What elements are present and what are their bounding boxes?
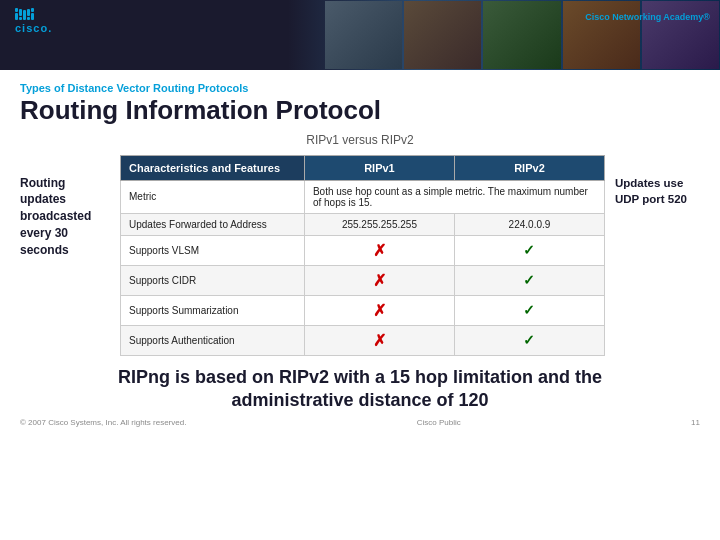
- bottom-text-content: RIPng is based on RIPv2 with a 15 hop li…: [118, 367, 602, 410]
- feature-cell: Supports VLSM: [121, 235, 305, 265]
- footer-classification: Cisco Public: [417, 418, 461, 427]
- header-banner: cisco. Cisco Networking Academy®: [0, 0, 720, 70]
- x-icon: ✗: [373, 242, 386, 259]
- footer: © 2007 Cisco Systems, Inc. All rights re…: [20, 418, 700, 427]
- x-icon: ✗: [373, 302, 386, 319]
- check-icon: ✓: [523, 272, 535, 288]
- ripv1-cell: ✗: [304, 325, 454, 355]
- table-row: Supports Summarization ✗ ✓: [121, 295, 605, 325]
- check-icon: ✓: [523, 332, 535, 348]
- table-row: Supports VLSM ✗ ✓: [121, 235, 605, 265]
- photo-1: [325, 1, 402, 69]
- ripv1-cell: 255.255.255.255: [304, 213, 454, 235]
- content-area: Routing updates broadcasted every 30 sec…: [20, 155, 700, 356]
- table-row: Metric Both use hop count as a simple me…: [121, 180, 605, 213]
- ripv1-cell: ✗: [304, 295, 454, 325]
- feature-cell: Metric: [121, 180, 305, 213]
- ripv2-cell: ✓: [454, 295, 604, 325]
- comparison-subtitle: RIPv1 versus RIPv2: [20, 133, 700, 147]
- table-row: Supports Authentication ✗ ✓: [121, 325, 605, 355]
- slide-title: Routing Information Protocol: [20, 96, 700, 125]
- ripv2-cell: 224.0.0.9: [454, 213, 604, 235]
- table-container: Characteristics and Features RIPv1 RIPv2…: [120, 155, 605, 356]
- photo-3: [483, 1, 560, 69]
- feature-cell: Supports Summarization: [121, 295, 305, 325]
- feature-cell: Supports CIDR: [121, 265, 305, 295]
- bottom-text: RIPng is based on RIPv2 with a 15 hop li…: [20, 366, 700, 413]
- cisco-logo: cisco.: [15, 8, 52, 34]
- photo-2: [404, 1, 481, 69]
- col-header-ripv1: RIPv1: [304, 155, 454, 180]
- check-icon: ✓: [523, 302, 535, 318]
- check-icon: ✓: [523, 242, 535, 258]
- ripv1-cell: ✗: [304, 235, 454, 265]
- ripv2-cell: ✓: [454, 265, 604, 295]
- merged-cell: Both use hop count as a simple metric. T…: [304, 180, 604, 213]
- feature-cell: Updates Forwarded to Address: [121, 213, 305, 235]
- right-note: Updates use UDP port 520: [615, 155, 700, 207]
- header-photos: [324, 0, 720, 70]
- footer-copyright: © 2007 Cisco Systems, Inc. All rights re…: [20, 418, 186, 427]
- ripv2-cell: ✓: [454, 325, 604, 355]
- slide-label: Types of Distance Vector Routing Protoco…: [20, 82, 700, 94]
- left-note: Routing updates broadcasted every 30 sec…: [20, 155, 110, 259]
- cisco-text: cisco.: [15, 22, 52, 34]
- ripv1-cell: ✗: [304, 265, 454, 295]
- col-header-features: Characteristics and Features: [121, 155, 305, 180]
- x-icon: ✗: [373, 332, 386, 349]
- ripv2-cell: ✓: [454, 235, 604, 265]
- feature-cell: Supports Authentication: [121, 325, 305, 355]
- comparison-table: Characteristics and Features RIPv1 RIPv2…: [120, 155, 605, 356]
- networking-academy-text: Cisco Networking Academy®: [585, 12, 710, 22]
- table-row: Supports CIDR ✗ ✓: [121, 265, 605, 295]
- cisco-logo-graphic: [15, 8, 52, 20]
- x-icon: ✗: [373, 272, 386, 289]
- table-header-row: Characteristics and Features RIPv1 RIPv2: [121, 155, 605, 180]
- col-header-ripv2: RIPv2: [454, 155, 604, 180]
- main-content: Types of Distance Vector Routing Protoco…: [0, 70, 720, 540]
- table-row: Updates Forwarded to Address 255.255.255…: [121, 213, 605, 235]
- footer-page: 11: [691, 418, 700, 427]
